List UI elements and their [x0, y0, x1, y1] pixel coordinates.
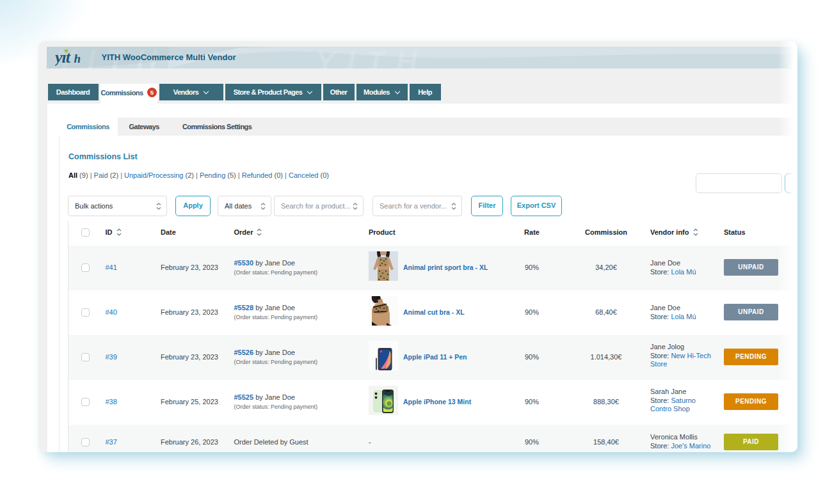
svg-text:h: h [74, 52, 81, 65]
svg-text:yıt: yıt [55, 48, 71, 67]
